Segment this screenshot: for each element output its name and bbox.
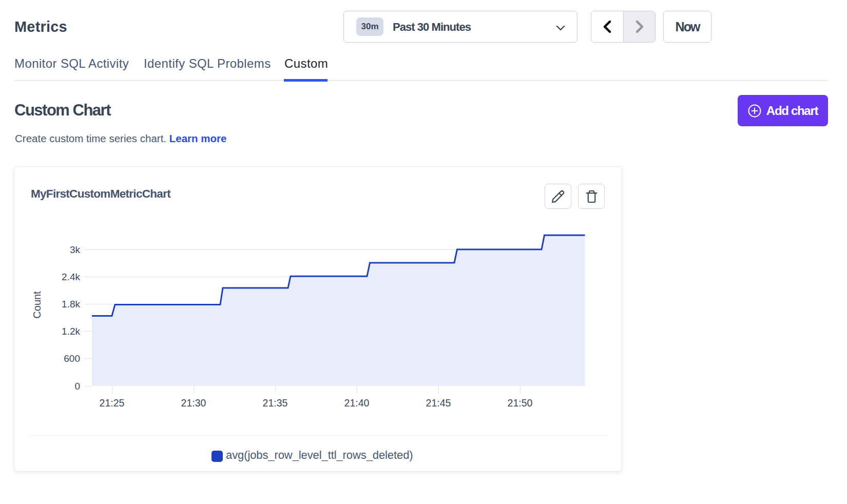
svg-text:21:50: 21:50 [508,397,533,409]
svg-text:21:45: 21:45 [426,397,451,409]
svg-text:1.2k: 1.2k [62,326,80,337]
svg-text:600: 600 [64,353,80,364]
svg-text:0: 0 [74,381,80,392]
svg-text:1.8k: 1.8k [62,299,80,309]
svg-text:21:35: 21:35 [263,397,288,409]
svg-text:Count: Count [31,291,43,319]
svg-text:2.4k: 2.4k [62,272,80,282]
svg-text:21:40: 21:40 [344,397,370,409]
svg-text:21:25: 21:25 [100,397,125,409]
svg-text:3k: 3k [70,244,81,255]
svg-text:21:30: 21:30 [181,397,206,409]
